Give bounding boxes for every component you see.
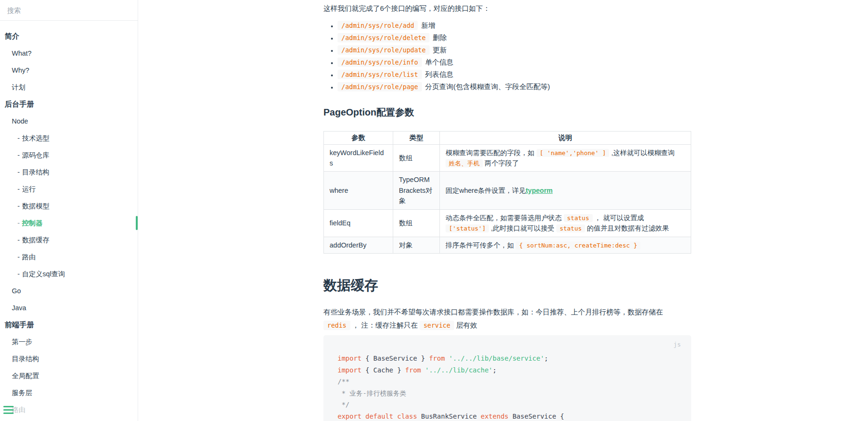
inline-code: { sortNum:asc, createTime:desc }	[516, 241, 640, 249]
code-token-kw: default	[365, 413, 393, 420]
code-token-kw: import	[338, 366, 362, 374]
code-token-plain	[445, 355, 449, 362]
sidebar-item-why[interactable]: Why?	[0, 62, 138, 79]
code-token-str: '../../lib/base/service'	[449, 355, 544, 362]
sidebar-item-label: 计划	[12, 83, 25, 92]
sidebar-item-data-cache[interactable]: -数据缓存	[0, 231, 138, 248]
endpoint-path-code: /admin/sys/role/update	[338, 45, 430, 55]
subitem-dash: -	[17, 253, 20, 261]
inline-code: service	[420, 321, 454, 330]
sidebar-item-controller[interactable]: -控制器	[0, 215, 138, 231]
endpoint-desc: 删除	[433, 33, 447, 41]
code-token-plain: BaseService {	[509, 413, 564, 420]
sidebar-item-label: 前端手册	[5, 320, 34, 330]
endpoint-desc: 新增	[421, 21, 435, 29]
code-token-str: '../../lib/cache'	[425, 366, 492, 374]
sidebar-item-java[interactable]: Java	[0, 299, 138, 316]
sidebar-item-frontend-dir[interactable]: 目录结构	[0, 350, 138, 367]
sidebar-item-label: 自定义sql查询	[22, 270, 65, 279]
sidebar-item-label: 服务层	[12, 388, 33, 397]
sidebar-item-label: 运行	[22, 185, 36, 194]
sidebar-item-label: 技术选型	[22, 134, 50, 143]
pageoption-heading: PageOption配置参数	[323, 107, 691, 117]
menu-toggle-icon[interactable]	[3, 404, 15, 416]
sidebar-item-tech-selection[interactable]: -技术选型	[0, 130, 138, 147]
text-segment: ,此时接口就可以接受	[489, 224, 556, 232]
sidebar-item-go[interactable]: Go	[0, 282, 138, 299]
param-cell: fieldEq	[324, 209, 393, 237]
code-token-kw: from	[405, 366, 421, 374]
sidebar-item-node[interactable]: Node	[0, 113, 138, 130]
inline-code: 姓名、手机	[446, 159, 483, 167]
sidebar-item-source-repo[interactable]: -源码仓库	[0, 147, 138, 164]
sidebar-item-run[interactable]: -运行	[0, 181, 138, 198]
subitem-dash: -	[17, 185, 20, 193]
sidebar-item-frontend-manual[interactable]: 前端手册	[0, 316, 138, 333]
endpoint-desc: 分页查询(包含模糊查询、字段全匹配等)	[425, 83, 550, 91]
inline-code: redis	[323, 321, 350, 330]
text-segment: 固定where条件设置，详见	[446, 187, 526, 194]
sidebar-item-first-step[interactable]: 第一步	[0, 333, 138, 350]
text-segment: 排序条件可传多个，如	[446, 241, 516, 249]
text-segment: 模糊查询需要匹配的字段，如	[446, 149, 537, 157]
subitem-dash: -	[17, 168, 20, 176]
sidebar: 简介What?Why?计划后台手册Node-技术选型-源码仓库-目录结构-运行-…	[0, 0, 138, 421]
endpoint-desc: 列表信息	[425, 70, 454, 78]
menu-bar	[3, 413, 14, 414]
sidebar-item-label: 目录结构	[12, 355, 39, 363]
sidebar-item-service-layer[interactable]: 服务层	[0, 384, 138, 401]
code-token-kw: from	[429, 355, 445, 362]
type-cell: 对象	[393, 237, 440, 253]
cache-paragraph: 有些业务场景，我们并不希望每次请求接口都需要操作数据库，如：今日推荐、上个月排行…	[323, 305, 691, 332]
code-token-cmt: /**	[338, 378, 349, 385]
sidebar-item-plan[interactable]: 计划	[0, 79, 138, 96]
endpoint-item: /admin/sys/role/update更新	[338, 45, 691, 55]
typeorm-link[interactable]: typeorm	[526, 187, 553, 194]
sidebar-item-label: 目录结构	[22, 168, 50, 177]
desc-cell: 模糊查询需要匹配的字段，如 [ 'name','phone' ] ,这样就可以模…	[440, 144, 691, 172]
endpoint-item: /admin/sys/role/list列表信息	[338, 70, 691, 79]
sidebar-item-custom-sql[interactable]: -自定义sql查询	[0, 265, 138, 282]
menu-bar	[3, 409, 14, 411]
sidebar-item-router[interactable]: -路由	[0, 248, 138, 265]
subitem-dash: -	[17, 151, 20, 159]
sidebar-list: 简介What?Why?计划后台手册Node-技术选型-源码仓库-目录结构-运行-…	[0, 28, 138, 418]
endpoint-list: /admin/sys/role/add新增/admin/sys/role/del…	[323, 21, 691, 91]
sidebar-item-label: 控制器	[22, 219, 43, 228]
sidebar-item-intro[interactable]: 简介	[0, 28, 138, 45]
endpoint-path-code: /admin/sys/role/list	[338, 70, 422, 79]
sidebar-item-dir-structure[interactable]: -目录结构	[0, 164, 138, 181]
text-segment: 的值并且对数据有过滤效果	[585, 224, 669, 232]
endpoint-path-code: /admin/sys/role/delete	[338, 33, 430, 42]
desc-cell: 动态条件全匹配，如需要筛选用户状态 status ， 就可以设置成 ['stat…	[440, 209, 691, 237]
pageoption-table: 参数类型说明 keyWordLikeFields数组模糊查询需要匹配的字段，如 …	[323, 131, 691, 254]
code-line: */	[338, 399, 680, 411]
endpoint-item: /admin/sys/role/info单个信息	[338, 58, 691, 67]
code-line: /**	[338, 376, 680, 388]
table-body: keyWordLikeFields数组模糊查询需要匹配的字段，如 [ 'name…	[324, 144, 691, 254]
sidebar-item-global-config[interactable]: 全局配置	[0, 367, 138, 384]
sidebar-item-label: Node	[12, 117, 28, 125]
code-line: import { BaseService } from '../../lib/b…	[338, 353, 680, 364]
inline-code: [ 'name','phone' ]	[537, 149, 610, 157]
endpoint-desc: 更新	[433, 46, 447, 54]
code-token-plain	[362, 413, 365, 420]
type-cell: TypeORM Brackets对象	[393, 172, 440, 209]
search-input[interactable]	[6, 6, 132, 15]
sidebar-item-what[interactable]: What?	[0, 45, 138, 62]
sidebar-item-backend-manual[interactable]: 后台手册	[0, 96, 138, 113]
sidebar-item-frontend-router[interactable]: 路由	[0, 401, 138, 418]
subitem-dash: -	[17, 202, 20, 210]
subitem-dash: -	[17, 219, 20, 227]
code-token-cmt: */	[338, 401, 349, 408]
inline-code: ['status']	[446, 224, 489, 232]
code-lang-label: js	[673, 339, 681, 351]
inline-code: status	[556, 224, 585, 232]
table-row: keyWordLikeFields数组模糊查询需要匹配的字段，如 [ 'name…	[324, 144, 691, 172]
sidebar-item-data-model[interactable]: -数据模型	[0, 198, 138, 215]
desc-cell: 固定where条件设置，详见typeorm	[440, 172, 691, 209]
sidebar-item-label: 数据缓存	[22, 236, 50, 245]
menu-bar	[3, 406, 14, 407]
endpoint-path-code: /admin/sys/role/add	[338, 21, 418, 30]
table-row: whereTypeORM Brackets对象固定where条件设置，详见typ…	[324, 172, 691, 209]
